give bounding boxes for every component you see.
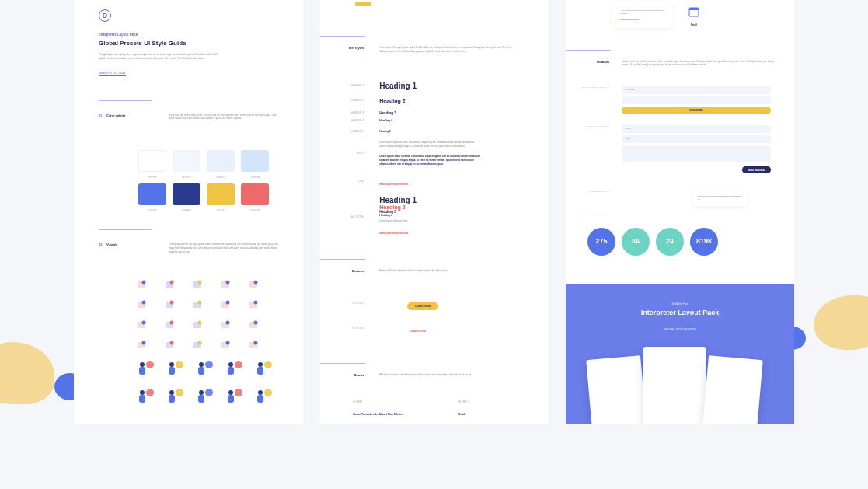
swatch-box: [138, 150, 166, 172]
color-swatch: #F0C443: [206, 183, 235, 212]
counter-circle: 275Active Client: [587, 228, 615, 256]
svg-rect-41: [139, 367, 145, 375]
swatch-box: [138, 183, 166, 205]
email-input[interactable]: Email: [622, 135, 771, 143]
learn-more-button[interactable]: LEARN MORE: [407, 302, 438, 310]
blurb-title: Email: [458, 413, 525, 416]
feature-icon: [248, 340, 259, 351]
svg-point-17: [226, 300, 230, 304]
person-illustration: [253, 386, 276, 407]
subscribe-button[interactable]: SUBSCRIBE: [622, 107, 771, 114]
section-desc: In the first part of this style guide, y…: [169, 114, 278, 121]
name-input[interactable]: Name: [622, 125, 771, 133]
send-message-button[interactable]: SEND MESSAGE: [742, 166, 771, 173]
label: BUTTON 2: [320, 327, 368, 330]
counter-label: BUSINESS CLIENTS: [593, 224, 610, 225]
section-desc: The second part of this style guide show…: [169, 243, 278, 253]
label: LINK: [320, 180, 368, 183]
svg-rect-59: [169, 395, 175, 403]
divider: [320, 363, 365, 364]
stat-counter: NUMBER COUNTERS24Top Countries: [656, 224, 684, 256]
calendar-icon: [688, 6, 699, 17]
person-illustration: [164, 386, 187, 407]
svg-point-27: [226, 320, 230, 324]
heading-3-sample: Heading 3: [379, 111, 396, 115]
feature-icon: [220, 279, 231, 290]
counter-label: TRANSLATORS: [629, 224, 643, 225]
page-column-1: D Interpreter Layout Pack Global Presets…: [74, 0, 303, 424]
counter-label: NUMBER COUNTERS: [661, 224, 678, 225]
section-desc: In this part of the style guide, you'll …: [368, 46, 522, 54]
illustration-grid: [134, 358, 278, 379]
svg-rect-50: [228, 367, 234, 375]
divi-logo-icon: D: [99, 9, 111, 22]
svg-point-13: [170, 300, 174, 304]
section-visuals: 02. Visuals The second part of this styl…: [99, 243, 278, 253]
svg-point-58: [169, 390, 174, 395]
svg-point-48: [205, 361, 213, 368]
svg-point-11: [142, 300, 146, 304]
svg-point-51: [235, 361, 242, 368]
svg-point-42: [146, 361, 154, 368]
counter-value: 819k: [696, 237, 712, 245]
page-column-2: text styles In this part of the style gu…: [320, 0, 549, 424]
page-column-3: At vero eos et accusamus et iusto odio d…: [566, 0, 794, 424]
svg-rect-71: [689, 8, 699, 10]
promo-link[interactable]: VIEW THE LAYOUT PACK POST: [566, 328, 794, 331]
swatch-box: [173, 183, 200, 205]
heading-4-sample: Heading 4: [379, 119, 392, 122]
message-input[interactable]: [622, 145, 771, 162]
icon-grid: [136, 279, 278, 351]
person-illustration: [193, 386, 217, 407]
feature-icon: [192, 320, 203, 330]
svg-point-21: [142, 320, 146, 324]
divider: [99, 100, 152, 101]
svg-point-37: [226, 341, 230, 344]
swatch-label: #FFFFFF: [148, 176, 157, 179]
label: BUTTON 1: [320, 302, 368, 305]
section-label: Buttons: [320, 269, 368, 273]
learn-more-link[interactable]: LEARN MORE: [410, 330, 426, 333]
feature-icon: [192, 279, 203, 290]
svg-point-66: [235, 389, 242, 396]
body-sample: Lorem ipsum dolor sit amet, consectetur …: [379, 141, 480, 148]
svg-point-60: [176, 389, 183, 396]
illustration-grid: [134, 386, 278, 407]
svg-point-45: [176, 361, 183, 368]
mockup-stack: [566, 342, 794, 420]
feature-icon: [220, 320, 231, 330]
swatch-label: #5573E8: [148, 209, 156, 212]
section-title: Color palette: [106, 114, 169, 121]
info-card: At vero eos et accusamus et iusto odio d…: [612, 2, 673, 28]
first-name-input[interactable]: First Name: [622, 86, 771, 94]
view-tutorial-link[interactable]: VIEW DIVI TUTORIAL: [99, 72, 126, 76]
color-swatch: #5573E8: [138, 183, 167, 212]
heading-2-sample: Heading 2: [379, 204, 417, 210]
feature-icon: [248, 299, 259, 310]
svg-rect-47: [198, 367, 204, 375]
feature-icon: [248, 279, 259, 290]
svg-rect-65: [228, 395, 234, 403]
svg-point-15: [198, 300, 202, 304]
body-bold-sample: Lorem ipsum dolor sit amet, consectetur …: [379, 155, 480, 166]
link-sample[interactable]: hello@diviinterpreter.com: [379, 232, 408, 235]
testimonial-text: Lorem ipsum consectetur elit adipiscing …: [698, 195, 741, 201]
section-buttons: Buttons Here you'll find the buttons tha…: [320, 269, 549, 273]
section-number: 02.: [99, 243, 106, 253]
label: ALL IN ONE: [320, 215, 368, 218]
divider: [566, 50, 611, 51]
email-input[interactable]: Email: [622, 96, 771, 104]
svg-rect-44: [169, 367, 175, 375]
promo-title: Interpreter Layout Pack: [566, 309, 794, 316]
divider: [666, 323, 694, 323]
svg-point-46: [199, 362, 204, 367]
label: HEADING 4: [320, 119, 368, 122]
divider: [320, 36, 365, 37]
swatch-box: [207, 183, 235, 205]
person-illustration: [223, 358, 246, 379]
feature-icon: [136, 279, 147, 290]
link-sample[interactable]: hello@diviinterpreter.com: [379, 183, 408, 186]
label: HEADING 1: [320, 84, 368, 87]
feature-icon: [136, 340, 147, 351]
section-title: Visuals: [106, 243, 169, 253]
